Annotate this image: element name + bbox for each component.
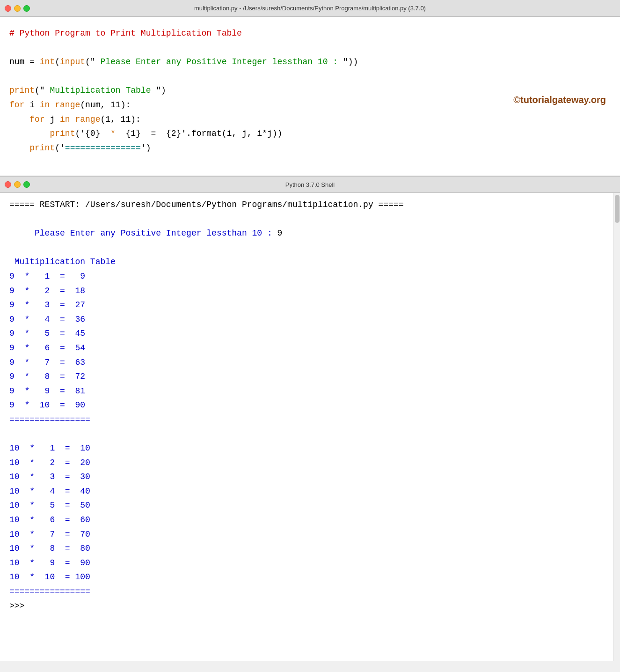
table-10-row-1: 10 * 1 = 10 [9,441,611,456]
restart-line: ===== RESTART: /Users/suresh/Documents/P… [9,198,611,212]
table-10-row-9: 10 * 9 = 90 [9,556,611,570]
maximize-button-editor[interactable] [23,5,30,12]
input-value: 9 [277,229,283,238]
shell-title-bar: Python 3.7.0 Shell [0,176,620,193]
editor-traffic-lights [5,5,30,12]
final-prompt[interactable]: >>> [9,599,611,613]
scrollbar[interactable] [613,193,620,661]
table-9-row-3: 9 * 3 = 27 [9,298,611,312]
minimize-button-shell[interactable] [14,181,21,188]
code-for-j: for j in range(1, 11): [9,112,611,127]
table-10-row-7: 10 * 7 = 70 [9,527,611,542]
scrollbar-thumb[interactable] [615,195,620,223]
minimize-button-editor[interactable] [14,5,21,12]
blank-line-2 [9,69,611,84]
close-button-shell[interactable] [5,181,11,188]
table-9-row-4: 9 * 4 = 36 [9,312,611,327]
table-9-row-1: 9 * 1 = 9 [9,269,611,284]
blank-line-1 [9,41,611,55]
editor-window-title: multiplication.py - /Users/suresh/Docume… [194,5,426,12]
code-print-format: print('{0} * {1} = {2}'.format(i, j, i*j… [9,126,611,141]
table-9-row-10: 9 * 10 = 90 [9,398,611,413]
table-9-row-6: 9 * 6 = 54 [9,341,611,355]
int-func: int [40,57,55,66]
maximize-button-shell[interactable] [23,181,30,188]
prompt-line: Please Enter any Positive Integer lessth… [9,212,611,255]
table-9-row-2: 9 * 2 = 18 [9,284,611,298]
watermark-text: tutorialgateway.org [520,95,606,105]
table-10-row-2: 10 * 2 = 20 [9,456,611,470]
table-label: Multiplication Table [9,255,611,269]
code-print-sep: print('===============') [9,141,611,155]
editor-title-bar: multiplication.py - /Users/suresh/Docume… [0,0,620,17]
blank-between-tables [9,427,611,442]
code-comment: # Python Program to Print Multiplication… [9,26,611,41]
table-10-row-3: 10 * 3 = 30 [9,470,611,484]
table-10-row-6: 10 * 6 = 60 [9,513,611,527]
shell-window-title: Python 3.7.0 Shell [285,181,335,188]
table-10-row-8: 10 * 8 = 80 [9,541,611,556]
separator-1: ================ [9,413,611,427]
code-num-assign: num = int(input(" Please Enter any Posit… [9,55,611,69]
table-10-row-4: 10 * 4 = 40 [9,484,611,499]
table-9-row-9: 9 * 9 = 81 [9,384,611,399]
close-button-editor[interactable] [5,5,11,12]
table-10-row-10: 10 * 10 = 100 [9,570,611,584]
table-9-row-5: 9 * 5 = 45 [9,326,611,341]
shell-traffic-lights [5,181,30,188]
watermark: ©tutorialgateway.org [513,92,606,108]
table-9-row-7: 9 * 7 = 63 [9,355,611,370]
num-keyword: num [9,57,24,66]
prompt-text: Please Enter any Positive Integer lessth… [29,229,277,238]
input-func: input [60,57,85,66]
table-10-row-5: 10 * 5 = 50 [9,498,611,513]
watermark-symbol: © [513,95,520,105]
shell-output-area[interactable]: ===== RESTART: /Users/suresh/Documents/P… [0,193,620,661]
code-editor: # Python Program to Print Multiplication… [0,17,620,176]
separator-2: ================ [9,584,611,599]
table-9-row-8: 9 * 8 = 72 [9,369,611,384]
